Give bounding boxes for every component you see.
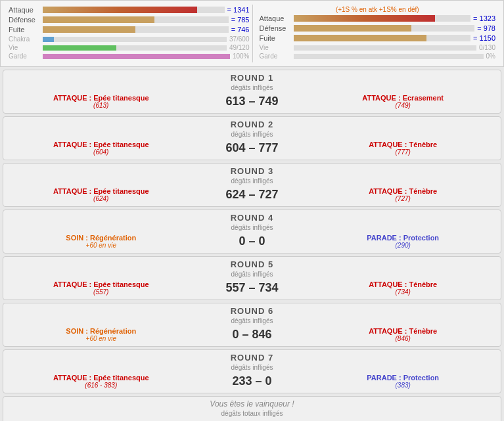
left-action-sub-1: (613) bbox=[9, 102, 194, 109]
fuite-row-left: Fuite = 746 bbox=[9, 26, 250, 33]
round-sub-7: dégâts infligés bbox=[3, 364, 501, 371]
fuite-value-right: = 1150 bbox=[473, 34, 495, 42]
round-left-3: ATTAQUE : Epée titanesque (624) bbox=[9, 187, 194, 202]
round-block-6: ROUND 6 dégâts infligés SOIN : Régénérat… bbox=[3, 303, 501, 347]
vie-label-left: Vie bbox=[9, 44, 43, 51]
round-content-6: SOIN : Régénération +60 en vie 0 – 846 A… bbox=[3, 326, 501, 346]
round-left-4: SOIN : Régénération +60 en vie bbox=[9, 234, 194, 249]
round-header-2: ROUND 2 bbox=[3, 117, 501, 131]
round-content-3: ATTAQUE : Epée titanesque (624) 624 – 72… bbox=[3, 186, 501, 206]
left-action-title-2: ATTAQUE : Epée titanesque bbox=[9, 141, 194, 148]
round-sub-6: dégâts infligés bbox=[3, 317, 501, 324]
round-header-3: ROUND 3 bbox=[3, 164, 501, 177]
vie-bar-right bbox=[294, 45, 476, 51]
round-sub-1: dégâts infligés bbox=[3, 84, 501, 91]
def-value-right: = 978 bbox=[477, 24, 495, 32]
def-bar-left bbox=[43, 16, 229, 23]
round-header-4: ROUND 4 bbox=[3, 210, 501, 224]
right-action-sub-6: (846) bbox=[310, 335, 495, 342]
left-action-title-1: ATTAQUE : Epée titanesque bbox=[9, 94, 194, 102]
round-left-2: ATTAQUE : Epée titanesque (604) bbox=[9, 141, 194, 156]
round-center-5: 557 – 734 bbox=[194, 281, 311, 295]
round-right-2: ATTAQUE : Ténèbre (777) bbox=[310, 141, 495, 156]
dmg-value-3: 624 – 727 bbox=[194, 188, 311, 202]
garde-label-right: Garde bbox=[260, 53, 294, 60]
vie-row-left: Vie 49/120 bbox=[9, 44, 250, 51]
left-action-sub-6: +60 en vie bbox=[9, 335, 194, 342]
atk-label-left: Attaque bbox=[9, 6, 43, 14]
chakra-label: Chakra bbox=[9, 35, 43, 43]
atk-bar-left bbox=[43, 7, 225, 13]
dmg-value-5: 557 – 734 bbox=[194, 281, 311, 295]
left-action-title-5: ATTAQUE : Epée titanesque bbox=[9, 280, 194, 288]
garde-value-right: 0% bbox=[486, 53, 495, 60]
dmg-value-4: 0 – 0 bbox=[194, 234, 311, 248]
right-action-sub-1: (749) bbox=[310, 102, 495, 109]
left-action-title-3: ATTAQUE : Epée titanesque bbox=[9, 187, 194, 195]
def-bar-right bbox=[294, 25, 475, 32]
chakra-bar bbox=[43, 37, 227, 42]
def-label-left: Défense bbox=[9, 16, 43, 24]
fuite-row-right: Fuite = 1150 bbox=[260, 34, 496, 42]
right-action-title-6: ATTAQUE : Ténèbre bbox=[310, 327, 495, 335]
bonus-text: (+1S % en atk +1S% en déf) bbox=[260, 6, 496, 13]
round-header-6: ROUND 6 bbox=[3, 303, 501, 317]
stats-left: Attaque = 1341 Défense = 785 Fuite = 746… bbox=[6, 5, 252, 62]
left-action-title-7: ATTAQUE : Epée titanesque bbox=[9, 374, 194, 382]
fuite-value-left: = 746 bbox=[231, 26, 250, 33]
left-action-sub-5: (557) bbox=[9, 288, 194, 296]
right-action-sub-4: (290) bbox=[310, 242, 495, 249]
rounds-container: ROUND 1 dégâts infligés ATTAQUE : Epée t… bbox=[0, 70, 504, 393]
right-action-sub-3: (727) bbox=[310, 195, 495, 202]
left-action-sub-4: +60 en vie bbox=[9, 242, 194, 249]
round-block-2: ROUND 2 dégâts infligés ATTAQUE : Epée t… bbox=[3, 116, 501, 160]
round-left-5: ATTAQUE : Epée titanesque (557) bbox=[9, 280, 194, 296]
right-action-sub-7: (383) bbox=[310, 382, 495, 389]
round-sub-3: dégâts infligés bbox=[3, 177, 501, 185]
garde-bar-left bbox=[43, 54, 230, 59]
dmg-value-6: 0 – 846 bbox=[194, 328, 311, 342]
round-sub-2: dégâts infligés bbox=[3, 131, 501, 138]
dmg-value-1: 613 – 749 bbox=[194, 95, 311, 108]
stats-right: (+1S % en atk +1S% en déf) Attaque = 132… bbox=[252, 5, 499, 62]
def-value-left: = 785 bbox=[231, 16, 250, 24]
left-action-sub-7: (616 - 383) bbox=[9, 382, 194, 389]
dmg-value-2: 604 – 777 bbox=[194, 141, 311, 155]
right-action-sub-2: (777) bbox=[310, 148, 495, 156]
stats-section: Attaque = 1341 Défense = 785 Fuite = 746… bbox=[0, 0, 504, 67]
right-action-title-7: PARADE : Protection bbox=[310, 374, 495, 382]
def-label-right: Défense bbox=[260, 24, 294, 32]
def-row-left: Défense = 785 bbox=[9, 16, 250, 24]
atk-row-right: Attaque = 1323 bbox=[260, 14, 496, 22]
round-header-1: ROUND 1 bbox=[3, 70, 501, 84]
garde-row-left: Garde 100% bbox=[9, 53, 250, 60]
round-center-3: 624 – 727 bbox=[194, 188, 311, 202]
atk-value-right: = 1323 bbox=[473, 14, 495, 22]
victory-block: Vous êtes le vainqueur ! dégâts totaux i… bbox=[3, 396, 501, 421]
atk-label-right: Attaque bbox=[260, 14, 294, 22]
atk-bar-right bbox=[294, 15, 471, 22]
round-header-5: ROUND 5 bbox=[3, 257, 501, 271]
round-right-6: ATTAQUE : Ténèbre (846) bbox=[310, 327, 495, 342]
round-content-5: ATTAQUE : Epée titanesque (557) 557 – 73… bbox=[3, 279, 501, 299]
garde-label-left: Garde bbox=[9, 53, 43, 60]
left-action-sub-2: (604) bbox=[9, 148, 194, 156]
chakra-value: 37/600 bbox=[229, 35, 250, 43]
vie-row-right: Vie 0/130 bbox=[260, 44, 496, 51]
chakra-row: Chakra 37/600 bbox=[9, 35, 250, 43]
def-row-right: Défense = 978 bbox=[260, 24, 496, 32]
round-block-5: ROUND 5 dégâts infligés ATTAQUE : Epée t… bbox=[3, 256, 501, 300]
right-action-title-5: ATTAQUE : Ténèbre bbox=[310, 280, 495, 288]
round-right-7: PARADE : Protection (383) bbox=[310, 374, 495, 389]
left-action-title-4: SOIN : Régénération bbox=[9, 234, 194, 242]
right-action-title-3: ATTAQUE : Ténèbre bbox=[310, 187, 495, 195]
fuite-bar-left bbox=[43, 26, 229, 33]
round-center-7: 233 – 0 bbox=[194, 374, 311, 388]
garde-value-left: 100% bbox=[233, 53, 250, 60]
round-left-1: ATTAQUE : Epée titanesque (613) bbox=[9, 94, 194, 109]
round-content-7: ATTAQUE : Epée titanesque (616 - 383) 23… bbox=[3, 372, 501, 393]
round-left-6: SOIN : Régénération +60 en vie bbox=[9, 327, 194, 342]
round-right-1: ATTAQUE : Ecrasement (749) bbox=[310, 94, 495, 109]
round-block-1: ROUND 1 dégâts infligés ATTAQUE : Epée t… bbox=[3, 70, 501, 114]
round-content-1: ATTAQUE : Epée titanesque (613) 613 – 74… bbox=[3, 93, 501, 113]
